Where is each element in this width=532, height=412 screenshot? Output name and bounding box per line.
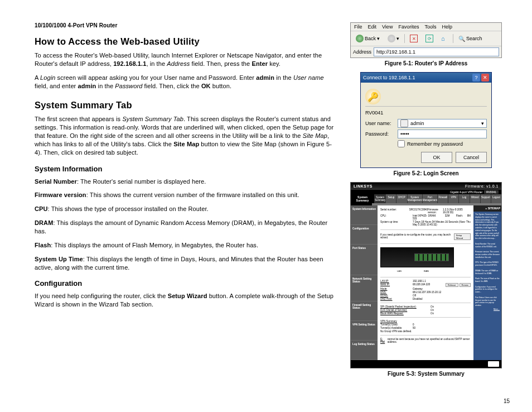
page-number: 15 xyxy=(504,398,510,404)
tab-port-mgmt[interactable]: Port Management xyxy=(422,194,437,203)
sysinfo-title: System Information xyxy=(35,165,337,173)
k: Serial number: xyxy=(380,208,409,214)
k[interactable]: DNS: xyxy=(380,291,413,294)
tab-vpn[interactable]: VPN xyxy=(448,194,458,203)
config-title: Configuration xyxy=(35,279,337,288)
text: in the xyxy=(274,74,293,81)
sitemap-title[interactable]: SITEMAP xyxy=(488,207,500,210)
text: key. xyxy=(268,60,280,67)
refresh-button[interactable]: ⟳ xyxy=(423,33,436,44)
tab-dhcp[interactable]: DHCP xyxy=(396,194,407,203)
address-input[interactable] xyxy=(374,47,499,56)
summary-p1: The first screen that appears is System … xyxy=(35,115,337,156)
side-tab-label: System Summary xyxy=(351,194,374,203)
password-input[interactable]: ••••• xyxy=(398,130,487,138)
label-config: Configuration xyxy=(351,225,378,245)
forward-button[interactable]: ▾ xyxy=(385,33,402,44)
k[interactable]: LAN IP: xyxy=(380,280,413,282)
cpu-line: CPU: This shows the type of processor in… xyxy=(35,205,337,213)
password-word: Password xyxy=(115,83,142,89)
v: On xyxy=(431,312,471,315)
search-button[interactable]: 🔍Search xyxy=(456,35,485,43)
dram-label: DRAM xyxy=(35,219,53,226)
address-label: Address xyxy=(353,49,371,55)
tab-system-summary[interactable]: System Summary xyxy=(374,194,385,203)
menu-tools[interactable]: Tools xyxy=(424,24,436,30)
sitemap-bold: Site Map xyxy=(173,141,199,147)
password-label: Password: xyxy=(365,131,398,137)
ok-button[interactable]: OK xyxy=(421,152,452,163)
access-p2: A Login screen will appear asking you fo… xyxy=(35,74,337,90)
k[interactable]: DoS (Denial of Service): xyxy=(380,309,431,312)
figure-5-1-caption: Figure 5-1: Router's IP Address xyxy=(350,60,502,66)
release-button[interactable]: Release xyxy=(446,283,458,287)
v: 1.2.3 (Nov 8 2005 16:23:33) xyxy=(443,208,471,214)
cpu-label: CPU xyxy=(35,205,48,212)
back-button[interactable]: Back ▾ xyxy=(353,33,383,44)
k[interactable]: SPI (Stateful Packet Inspection): xyxy=(380,305,431,308)
home-icon: ⌂ xyxy=(441,35,448,42)
fw-label: Firmware version xyxy=(35,191,86,198)
v: Intel IXP425-533 xyxy=(413,214,428,220)
text: : This displays the amount of Dynamic Ra… xyxy=(35,219,327,234)
label-firewall: Firewall Setting Status xyxy=(351,301,378,321)
text: screen will appear asking you for your U… xyxy=(55,74,256,81)
fw-line: Firmware version: This shows the current… xyxy=(35,191,337,199)
figure-5-2-caption: Figure 5-2: Login Screen xyxy=(350,170,502,176)
chevron-down-icon: ▾ xyxy=(396,36,399,41)
stop-icon: ✕ xyxy=(410,35,418,42)
separator xyxy=(404,34,405,43)
text: The first screen that appears is xyxy=(35,116,122,122)
k: CPU: xyxy=(380,214,413,220)
login-dialog: Connect to 192.168.1.1 ?✕ 🔑 RV0041 User … xyxy=(360,72,492,168)
menu-favorites[interactable]: Favorites xyxy=(398,24,419,30)
renew-button[interactable]: Renew xyxy=(460,283,471,287)
chevron-down-icon: ▾ xyxy=(377,36,380,41)
menu-help[interactable]: Help xyxy=(442,24,452,30)
k: Flash: xyxy=(456,214,467,220)
v: Gateway xyxy=(413,288,471,290)
setup-wizard-button[interactable]: Setup Wizard xyxy=(454,233,471,240)
menu-view[interactable]: View xyxy=(382,24,393,30)
menu-edit[interactable]: Edit xyxy=(368,24,377,30)
tab-system-mgmt[interactable]: System Management xyxy=(407,194,422,203)
uptime-label: System Up Time xyxy=(35,256,83,262)
v: On xyxy=(431,305,471,308)
more-link[interactable]: More... xyxy=(475,308,500,311)
figure-5-3-caption: Figure 5-3: System Summary xyxy=(350,371,502,377)
tab-support[interactable]: Support xyxy=(480,194,491,203)
close-button[interactable]: ✕ xyxy=(481,74,489,82)
tab-logout[interactable]: Logout xyxy=(491,194,501,203)
v: Disabled xyxy=(413,298,471,300)
email-link[interactable]: E-mail xyxy=(380,338,386,343)
label-network: Network Setting Status xyxy=(351,275,378,301)
k[interactable]: WAN IP: xyxy=(380,283,413,287)
system-summary-window: LINKSYS Firmware: v1.0.1 Gigabit 4-port … xyxy=(350,182,502,368)
username-input[interactable]: admin▾ xyxy=(398,119,487,128)
dram-line: DRAM: This displays the amount of Dynami… xyxy=(35,219,337,236)
tab-setup[interactable]: Setup xyxy=(385,194,396,203)
tab-log[interactable]: Log xyxy=(458,194,469,203)
k[interactable]: VPN Summary xyxy=(380,320,413,323)
k[interactable]: DMZ Host: xyxy=(380,298,413,300)
section-summary-title: System Summary Tab xyxy=(35,100,337,111)
address-field-word: Address xyxy=(167,60,190,67)
stop-button[interactable]: ✕ xyxy=(407,33,420,44)
k[interactable]: Mode: xyxy=(380,288,413,290)
cancel-button[interactable]: Cancel xyxy=(456,152,487,163)
lan-label: LAN xyxy=(397,270,402,272)
menu-file[interactable]: File xyxy=(354,24,362,30)
tab-firewall[interactable]: Firewall xyxy=(437,194,448,203)
text: field, and enter xyxy=(35,83,78,89)
tab-wizard[interactable]: Wizard xyxy=(470,194,480,203)
k[interactable]: DDNS: xyxy=(380,294,413,297)
text: A xyxy=(35,74,40,81)
figure-5-3: LINKSYS Firmware: v1.0.1 Gigabit 4-port … xyxy=(350,182,502,377)
refresh-icon: ⟳ xyxy=(425,35,433,42)
home-button[interactable]: ⌂ xyxy=(438,34,451,43)
k[interactable]: Block WAN Request: xyxy=(380,312,431,315)
browser-window: File Edit View Favorites Tools Help Back… xyxy=(350,22,502,58)
text: : This shows the type of processor insta… xyxy=(48,205,209,212)
remember-checkbox[interactable] xyxy=(398,140,405,147)
help-button[interactable]: ? xyxy=(472,74,480,82)
